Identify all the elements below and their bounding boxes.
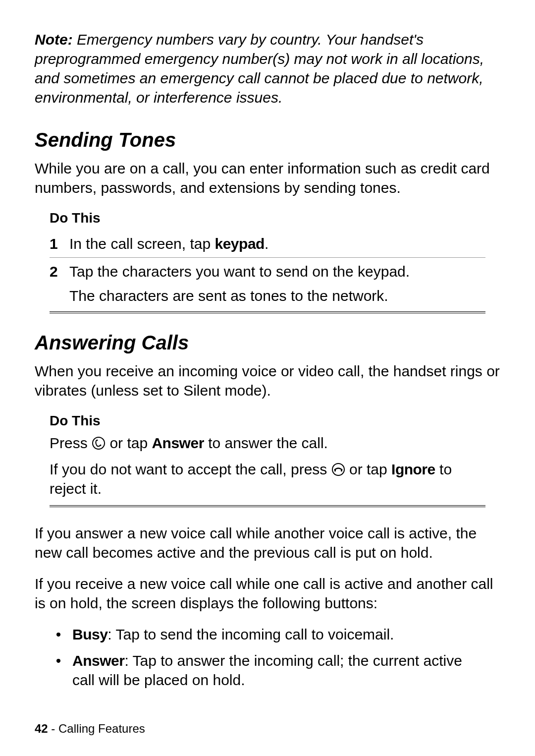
heavy-divider [50, 505, 485, 509]
svg-point-1 [97, 439, 98, 441]
step-text: Tap the characters you want to send on t… [69, 262, 485, 305]
svg-point-2 [100, 444, 102, 446]
note-label: Note: [35, 31, 73, 48]
step-number: 1 [50, 234, 69, 253]
step1-part-a: In the call screen, tap [69, 235, 215, 252]
note-body: Emergency numbers vary by country. Your … [35, 31, 484, 106]
page-footer: 42 - Calling Features [35, 721, 145, 736]
svg-rect-5 [341, 469, 342, 471]
heading-sending-tones: Sending Tones [35, 127, 500, 153]
text: or tap [349, 461, 391, 477]
sending-tones-steps: Do This 1 In the call screen, tap keypad… [50, 209, 485, 315]
answering-calls-intro: When you receive an incoming voice or vi… [35, 361, 500, 400]
step-row-2: 2 Tap the characters you want to send on… [50, 258, 485, 309]
step1-part-c: . [265, 235, 268, 252]
answer-label: Answer [72, 652, 124, 669]
step-number: 2 [50, 262, 69, 305]
step-row-1: 1 In the call screen, tap keypad. [50, 230, 485, 257]
note-paragraph: Note: Emergency numbers vary by country.… [35, 30, 500, 107]
end-call-button-icon [331, 463, 345, 476]
ignore-label: Ignore [391, 461, 435, 477]
answer-line-2: If you do not want to accept the call, p… [50, 460, 485, 498]
answer-line-1: Press or tap Answer to answer the call. [50, 433, 485, 453]
text: or tap [109, 435, 152, 451]
do-this-header-2: Do This [50, 412, 485, 430]
footer-sep: - [48, 722, 58, 735]
page-number: 42 [35, 722, 48, 735]
text: to answer the call. [204, 435, 328, 451]
do-this-header-1: Do This [50, 209, 485, 227]
svg-point-0 [93, 437, 105, 449]
button-bullet-list: Busy: Tap to send the incoming call to v… [69, 625, 485, 690]
svg-rect-4 [334, 469, 336, 471]
step2-line1: Tap the characters you want to send on t… [69, 262, 485, 281]
footer-section: Calling Features [58, 722, 145, 735]
heavy-divider [50, 311, 485, 315]
step-text: In the call screen, tap keypad. [69, 234, 485, 253]
text: : Tap to answer the incoming call; the c… [72, 652, 462, 688]
answering-calls-steps: Do This Press or tap Answer to answer th… [50, 412, 485, 508]
list-item: Busy: Tap to send the incoming call to v… [69, 625, 485, 644]
heading-answering-calls: Answering Calls [35, 330, 500, 355]
text: Press [50, 435, 92, 451]
step2-line2: The characters are sent as tones to the … [69, 286, 485, 305]
answering-para-2: If you receive a new voice call while on… [35, 574, 500, 613]
call-button-icon [92, 436, 106, 450]
busy-label: Busy [72, 626, 107, 642]
keypad-label: keypad [215, 235, 265, 252]
sending-tones-intro: While you are on a call, you can enter i… [35, 159, 500, 197]
answering-para-1: If you answer a new voice call while ano… [35, 523, 500, 562]
text: If you do not want to accept the call, p… [50, 461, 331, 477]
answer-label: Answer [152, 435, 204, 451]
text: : Tap to send the incoming call to voice… [107, 626, 394, 642]
list-item: Answer: Tap to answer the incoming call;… [69, 651, 485, 690]
